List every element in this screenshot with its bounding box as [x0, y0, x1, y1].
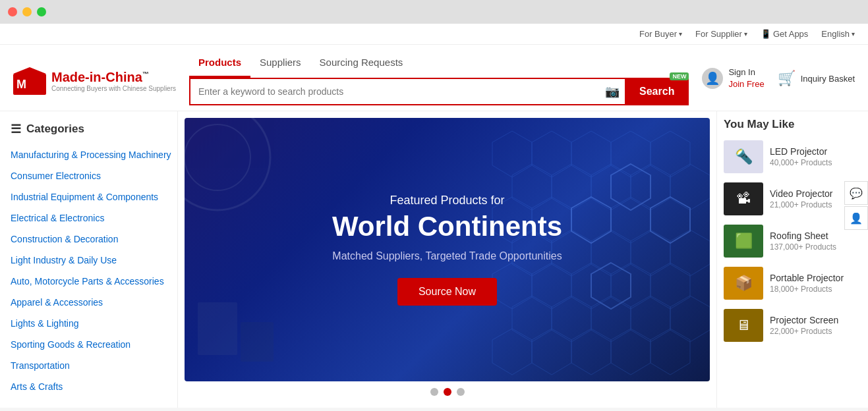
banner-subtitle: Featured Products for	[332, 194, 562, 207]
sidebar-item-manufacturing[interactable]: Manufacturing & Processing Machinery	[0, 144, 177, 165]
chevron-down-icon: ▾	[852, 30, 855, 38]
product-count: 18,000+ Products	[770, 285, 844, 294]
sidebar-title: ☰ Categories	[0, 122, 177, 144]
banner-description: Matched Suppliers, Targeted Trade Opport…	[332, 250, 562, 262]
tagline: Connecting Buyers with Chinese Suppliers	[51, 85, 176, 93]
side-button-2[interactable]: 👤	[844, 206, 868, 230]
product-count: 40,000+ Products	[770, 158, 832, 167]
language-label: English	[821, 29, 850, 39]
inquiry-basket-area[interactable]: 🛒 Inquiry Basket	[778, 70, 855, 87]
product-info-portable-projector: Portable Projector 18,000+ Products	[770, 273, 844, 294]
tab-sourcing-requests[interactable]: Sourcing Requests	[310, 51, 413, 78]
main-header: M Made-in-China™ Connecting Buyers with …	[0, 45, 868, 111]
banner-decoration-left	[185, 118, 316, 381]
product-thumb-projector-screen: 🖥	[724, 309, 763, 342]
product-item-portable-projector[interactable]: 📦 Portable Projector 18,000+ Products	[724, 267, 861, 300]
product-count: 137,000+ Products	[770, 242, 836, 252]
product-name: Portable Projector	[770, 273, 844, 283]
hero-banner: Featured Products for World Continents M…	[185, 118, 710, 381]
product-thumb-video-projector: 📽	[724, 182, 763, 215]
product-item-video-projector[interactable]: 📽 Video Projector 21,000+ Products	[724, 182, 861, 215]
search-input[interactable]	[189, 78, 600, 105]
tab-products[interactable]: Products	[189, 51, 250, 78]
banner-title: World Continents	[332, 211, 562, 242]
banner-dot-2[interactable]	[444, 388, 451, 396]
user-icon: 👤	[702, 68, 723, 89]
menu-icon: ☰	[11, 122, 21, 136]
brand-name: Made-in-China™	[51, 69, 176, 85]
get-apps-nav[interactable]: 📱 Get Apps	[761, 29, 808, 39]
maximize-button[interactable]	[37, 7, 46, 16]
language-nav[interactable]: English ▾	[821, 29, 855, 39]
product-info-video-projector: Video Projector 21,000+ Products	[770, 188, 832, 209]
tab-suppliers[interactable]: Suppliers	[250, 51, 310, 78]
product-item-projector-screen[interactable]: 🖥 Projector Screen 22,000+ Products	[724, 309, 861, 342]
new-badge: NEW	[670, 72, 689, 80]
product-name: LED Projector	[770, 146, 832, 157]
sidebar-item-auto[interactable]: Auto, Motorcycle Parts & Accessories	[0, 271, 177, 292]
chevron-down-icon: ▾	[679, 30, 682, 38]
minimize-button[interactable]	[22, 7, 32, 16]
right-panel: You May Like 🔦 LED Projector 40,000+ Pro…	[716, 111, 868, 408]
source-now-button[interactable]: Source Now	[397, 278, 497, 306]
content-area: ☰ Categories Manufacturing & Processing …	[0, 111, 868, 408]
product-item-led-projector[interactable]: 🔦 LED Projector 40,000+ Products	[724, 140, 861, 173]
sign-in-area[interactable]: 👤 Sign In Join Free	[702, 67, 764, 90]
product-info-led-projector: LED Projector 40,000+ Products	[770, 146, 832, 167]
for-buyer-nav[interactable]: For Buyer ▾	[639, 29, 682, 39]
sidebar-item-transportation[interactable]: Transportation	[0, 355, 177, 376]
for-buyer-label: For Buyer	[639, 29, 677, 39]
svg-rect-7	[241, 322, 274, 362]
product-count: 22,000+ Products	[770, 327, 838, 336]
svg-marker-1	[13, 67, 46, 74]
side-float-buttons: 💬 👤	[844, 181, 868, 230]
product-thumb-roofing-sheet: 🟩	[724, 225, 763, 258]
search-area: 📷 NEW Search	[189, 78, 689, 105]
product-item-roofing-sheet[interactable]: 🟩 Roofing Sheet 137,000+ Products	[724, 225, 861, 258]
product-thumb-portable-projector: 📦	[724, 267, 763, 300]
product-name: Roofing Sheet	[770, 231, 836, 241]
sidebar-item-arts[interactable]: Arts & Crafts	[0, 376, 177, 397]
product-info-roofing-sheet: Roofing Sheet 137,000+ Products	[770, 231, 836, 252]
title-bar	[0, 0, 868, 24]
sidebar-item-lights[interactable]: Lights & Lighting	[0, 313, 177, 334]
sign-in-label: Sign In	[728, 67, 764, 78]
inquiry-basket-label: Inquiry Basket	[801, 74, 855, 84]
product-info-projector-screen: Projector Screen 22,000+ Products	[770, 315, 838, 336]
sidebar: ☰ Categories Manufacturing & Processing …	[0, 111, 178, 408]
sidebar-item-industrial-equipment[interactable]: Industrial Equipment & Components	[0, 186, 177, 207]
sidebar-item-sporting[interactable]: Sporting Goods & Recreation	[0, 334, 177, 355]
main-area: Featured Products for World Continents M…	[178, 111, 716, 408]
person-icon: 👤	[705, 71, 720, 86]
cart-icon: 🛒	[778, 70, 796, 87]
for-supplier-nav[interactable]: For Supplier ▾	[695, 29, 747, 39]
camera-icon: 📷	[605, 84, 620, 99]
logo-icon: M	[13, 67, 46, 95]
svg-marker-3	[479, 118, 519, 164]
sidebar-item-electrical[interactable]: Electrical & Electronics	[0, 207, 177, 229]
close-button[interactable]	[8, 7, 17, 16]
sidebar-item-light-industry[interactable]: Light Industry & Daily Use	[0, 250, 177, 271]
product-name: Video Projector	[770, 188, 832, 199]
search-button-wrap: NEW Search	[625, 78, 689, 105]
trademark: ™	[142, 70, 149, 78]
sidebar-item-consumer-electronics[interactable]: Consumer Electronics	[0, 165, 177, 186]
banner-content: Featured Products for World Continents M…	[332, 194, 562, 305]
search-button[interactable]: Search	[625, 78, 689, 105]
get-apps-label: Get Apps	[773, 29, 808, 39]
product-count: 21,000+ Products	[770, 200, 832, 209]
logo-text: Made-in-China™ Connecting Buyers with Ch…	[51, 69, 176, 93]
product-name: Projector Screen	[770, 315, 838, 325]
chevron-down-icon: ▾	[744, 30, 747, 38]
logo-area[interactable]: M Made-in-China™ Connecting Buyers with …	[13, 67, 176, 95]
side-button-1[interactable]: 💬	[844, 181, 868, 205]
banner-dot-3[interactable]	[457, 388, 465, 396]
sidebar-item-apparel[interactable]: Apparel & Accessories	[0, 292, 177, 313]
sidebar-item-construction[interactable]: Construction & Decoration	[0, 229, 177, 250]
you-may-like-title: You May Like	[724, 118, 861, 131]
camera-search-button[interactable]: 📷	[600, 78, 625, 105]
banner-dot-1[interactable]	[430, 388, 438, 396]
svg-rect-6	[198, 302, 237, 355]
brand-red: Made-in-	[51, 70, 105, 84]
sidebar-title-text: Categories	[26, 123, 84, 136]
